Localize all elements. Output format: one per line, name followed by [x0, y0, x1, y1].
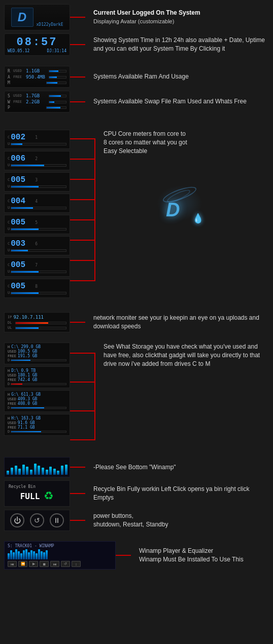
- power-description: power buttons,shutdown, Restart, Standby: [85, 512, 269, 529]
- cpu-vline: [94, 138, 95, 281]
- cpu-connector-area: [70, 130, 95, 298]
- power-section: ⏻ ↺ ⏸ power buttons,shutdown, Restart, S…: [4, 510, 269, 531]
- network-ip-row: IP 92.10.7.111: [8, 315, 66, 320]
- drive-connector-area: [70, 343, 95, 436]
- equalizer-widget: [4, 457, 70, 477]
- network-connector-line: [70, 322, 85, 323]
- clock-date-row: WED.05.12 DJ:31:14: [8, 49, 66, 53]
- network-section: IP 92.10.7.111 DL UL network moniter see…: [4, 312, 269, 332]
- winamp-stop-button[interactable]: ⏹: [40, 561, 49, 567]
- drive-vline: [94, 353, 95, 440]
- avatar-section: D xD122yDarkE Current User Logged On The…: [4, 4, 269, 30]
- winamp-prev-button[interactable]: ⏮: [8, 561, 17, 567]
- drive-hline-3: [70, 410, 95, 411]
- winamp-repeat-button[interactable]: ↺: [61, 561, 70, 567]
- swap-section: S USED 1.7GB W FREE 2.2GB P Systems Avai…: [4, 91, 269, 112]
- swap-row-s: S USED 1.7GB: [8, 93, 66, 98]
- recycle-connector-line: [70, 493, 85, 494]
- avatar-desc-sub: Displaying Avatar (customizable): [93, 18, 174, 24]
- cpu-core-4-widget[interactable]: C 004 4 U: [4, 194, 70, 213]
- network-dl-row: DL: [8, 321, 66, 325]
- d-logo-letter: D: [166, 199, 180, 221]
- d-logo-container: D 💧: [95, 185, 269, 231]
- avatar-username: xD122yDarkE: [37, 22, 63, 27]
- equalizer-section: -Please See Bottom "Winamp": [4, 457, 269, 477]
- cpu-section: C 002 1 U C 006 2 U: [4, 130, 269, 298]
- drive-d-widget[interactable]: H D:\ 0.9 TB USED 180.1 GB FREE 742.4 GB…: [4, 366, 70, 388]
- avatar-d-letter: D: [18, 10, 26, 24]
- avatar-widget[interactable]: D xD122yDarkE: [4, 4, 70, 30]
- swap-row-p: P: [8, 105, 66, 110]
- winamp-widget[interactable]: S: TRACK01 - WINAMP ⏮: [4, 541, 116, 570]
- winamp-eq-button[interactable]: ↕: [72, 561, 81, 567]
- recycle-description: Recycle Bin Fully workin Left Click open…: [85, 485, 269, 502]
- winamp-connector-line: [116, 555, 131, 556]
- ram-description: Systems Available Ram And Usage: [85, 72, 269, 81]
- drive-h-widget[interactable]: H H:\ 163.3 GB USED 91.6 GB FREE 71.1 GB…: [4, 414, 70, 436]
- drives-section: H C:\ 299.0 GB USED 100.5 GB FREE 191.5 …: [4, 343, 269, 436]
- ram-row-r: R USED 1.1GB: [8, 68, 66, 73]
- network-widget: IP 92.10.7.111 DL UL: [4, 312, 70, 332]
- power-shutdown-button[interactable]: ⏻: [10, 513, 24, 527]
- swap-connector-line: [70, 101, 85, 102]
- swap-description: Systems Available Swap File Ram Used and…: [85, 97, 269, 106]
- network-ul-row: UL: [8, 326, 66, 330]
- cpu-hline-6: [70, 240, 95, 241]
- ram-row-m: M: [8, 81, 66, 85]
- cpu-hline-4: [70, 199, 95, 200]
- avatar-description: Current User Logged On The System Displa…: [85, 9, 269, 26]
- drive-hline-1: [70, 353, 95, 354]
- power-standby-button[interactable]: ⏸: [50, 513, 64, 527]
- cpu-hline-3: [70, 179, 95, 180]
- equalizer-description: -Please See Bottom "Winamp": [85, 463, 269, 472]
- cpu-hline-5: [70, 219, 95, 220]
- clock-time: 08:57: [16, 36, 57, 49]
- drive-hline-2: [70, 382, 95, 383]
- winamp-controls-row: ⏮ ⏪ ▶ ⏹ ⏭ ↺ ↕: [8, 561, 112, 567]
- cpu-core-3-widget[interactable]: C 005 3 U: [4, 172, 70, 192]
- ram-row-a: A FREE 950.4MB: [8, 74, 66, 80]
- cpu-hline-2: [70, 159, 95, 160]
- recycle-section: Recycle Bin FULL ♻ Recycle Bin Fully wor…: [4, 480, 269, 507]
- cpu-core-5-widget[interactable]: C 005 5 U: [4, 215, 70, 234]
- swap-widget: S USED 1.7GB W FREE 2.2GB P: [4, 91, 70, 112]
- cpu-core-7-widget[interactable]: C 005 7 U: [4, 257, 70, 277]
- clock-date-right: DJ:31:14: [47, 49, 66, 53]
- d-logo-drop: 💧: [192, 213, 203, 224]
- winamp-section: S: TRACK01 - WINAMP ⏮: [4, 541, 269, 570]
- winamp-rewind-button[interactable]: ⏪: [18, 561, 27, 567]
- recycle-widget[interactable]: Recycle Bin FULL ♻: [4, 480, 70, 507]
- cpu-description: CPU Core meters from core to 8 cores no …: [95, 130, 269, 155]
- recycle-icon: ♻: [44, 489, 54, 503]
- network-ip: 92.10.7.111: [13, 315, 44, 320]
- cpu-core-2-widget[interactable]: C 006 2 U: [4, 151, 70, 170]
- avatar-connector-line: [70, 17, 85, 18]
- cpu-hline-8: [70, 280, 95, 281]
- recycle-status: FULL: [20, 491, 40, 501]
- cpu-hline-1: [70, 138, 95, 139]
- winamp-description: Winamp Player & EqualizerWinamp Must Be …: [131, 547, 269, 564]
- clock-date-left: WED.05.12: [8, 49, 29, 53]
- winamp-equalizer: [8, 549, 112, 559]
- clock-widget[interactable]: 08:57 WED.05.12 DJ:31:14: [4, 33, 70, 56]
- main-content: D xD122yDarkE Current User Logged On The…: [0, 0, 273, 577]
- clock-connector-line: [70, 44, 85, 45]
- power-restart-button[interactable]: ↺: [30, 513, 44, 527]
- drive-g-widget[interactable]: H G:\ 611.3 GB USED 409.3 GB FREE 408.0 …: [4, 390, 70, 412]
- winamp-play-button[interactable]: ▶: [29, 561, 38, 567]
- power-connector-line: [70, 520, 85, 521]
- clock-description: Showing System Time in 12h 24h also avai…: [85, 36, 269, 53]
- recycle-top-label: Recycle Bin: [9, 484, 36, 489]
- cpu-core-1-widget[interactable]: C 002 1 U: [4, 130, 70, 149]
- ram-widget: R USED 1.1GB A FREE 950.4MB M: [4, 66, 70, 88]
- cpu-hline-7: [70, 260, 95, 261]
- equalizer-connector-line: [70, 467, 85, 468]
- network-description: network moniter see your ip keepin an ey…: [85, 314, 269, 331]
- cpu-core-6-widget[interactable]: C 003 6 U: [4, 236, 70, 255]
- winamp-next-button[interactable]: ⏭: [50, 561, 59, 567]
- cpu-core-8-widget[interactable]: C 005 8 U: [4, 279, 70, 298]
- drive-c-widget[interactable]: H C:\ 299.0 GB USED 100.5 GB FREE 191.5 …: [4, 343, 70, 364]
- drives-widgets-column: H C:\ 299.0 GB USED 100.5 GB FREE 191.5 …: [4, 343, 70, 436]
- drives-description: See What Storage you have check what you…: [95, 343, 269, 368]
- d-logo: D 💧: [157, 185, 208, 231]
